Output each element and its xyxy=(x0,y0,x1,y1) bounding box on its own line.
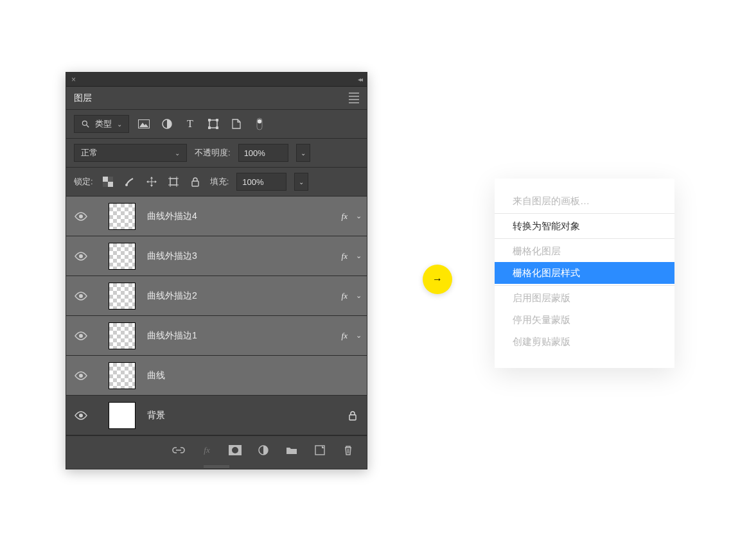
opacity-chevron[interactable]: ⌄ xyxy=(296,144,310,162)
context-menu: 来自图层的画板…转换为智能对象栅格化图层栅格化图层样式启用图层蒙版停用矢量蒙版创… xyxy=(495,179,674,368)
menu-separator xyxy=(495,285,674,286)
visibility-toggle[interactable] xyxy=(66,212,96,221)
arrow-icon: → xyxy=(432,274,443,285)
opacity-input[interactable]: 100% xyxy=(238,144,288,162)
layer-row[interactable]: 曲线外描边3fx⌄ xyxy=(66,236,367,276)
filter-row: 类型 ⌄ T xyxy=(66,110,367,138)
svg-point-33 xyxy=(79,374,83,378)
svg-rect-15 xyxy=(103,182,108,187)
layer-row[interactable]: 背景 xyxy=(66,396,367,435)
fx-icon[interactable]: fx xyxy=(200,443,214,457)
new-layer-icon[interactable] xyxy=(313,443,327,457)
chevron-down-icon[interactable]: ⌄ xyxy=(350,252,367,260)
blend-mode-value: 正常 xyxy=(81,147,98,159)
filter-smart-icon[interactable] xyxy=(229,117,243,131)
svg-rect-28 xyxy=(192,181,198,186)
svg-rect-19 xyxy=(170,179,177,185)
svg-rect-12 xyxy=(103,177,108,182)
svg-rect-9 xyxy=(216,127,218,129)
lock-move-icon[interactable] xyxy=(145,175,159,189)
layer-thumbnail[interactable] xyxy=(109,402,136,429)
menu-item[interactable]: 转换为智能对象 xyxy=(495,215,674,237)
layer-thumbnail[interactable] xyxy=(109,322,136,349)
layer-row[interactable]: 曲线外描边1fx⌄ xyxy=(66,316,367,356)
opacity-label: 不透明度: xyxy=(195,147,231,159)
add-mask-icon[interactable] xyxy=(228,443,242,457)
menu-item: 来自图层的画板… xyxy=(495,190,674,212)
filter-text-icon[interactable]: T xyxy=(183,117,197,131)
visibility-toggle[interactable] xyxy=(66,292,96,301)
lock-label: 锁定: xyxy=(74,176,93,188)
tab-layers[interactable]: 图层 xyxy=(74,92,92,104)
lock-icon[interactable] xyxy=(339,410,367,421)
search-icon xyxy=(81,119,90,128)
fill-chevron[interactable]: ⌄ xyxy=(294,173,308,191)
layer-thumbnail[interactable] xyxy=(109,362,136,389)
layer-name[interactable]: 曲线外描边4 xyxy=(136,211,342,222)
collapse-icon[interactable]: ◂◂ xyxy=(358,76,362,83)
fx-badge[interactable]: fx xyxy=(342,331,350,341)
layers-list: 曲线外描边4fx⌄曲线外描边3fx⌄曲线外描边2fx⌄曲线外描边1fx⌄曲线背景 xyxy=(66,196,367,435)
layer-name[interactable]: 曲线外描边2 xyxy=(136,290,342,302)
visibility-toggle[interactable] xyxy=(66,371,96,380)
resize-grip[interactable] xyxy=(66,464,367,469)
opacity-value: 100% xyxy=(244,148,265,158)
filter-toggle-icon[interactable] xyxy=(252,117,267,131)
visibility-toggle[interactable] xyxy=(66,252,96,261)
chevron-down-icon[interactable]: ⌄ xyxy=(350,292,367,300)
panel-menu-icon[interactable] xyxy=(349,92,359,103)
link-layers-icon[interactable] xyxy=(172,443,186,457)
chevron-down-icon[interactable]: ⌄ xyxy=(350,212,367,220)
arrow-badge: → xyxy=(423,265,452,294)
svg-rect-6 xyxy=(208,119,211,121)
filter-shape-icon[interactable] xyxy=(206,117,220,131)
filter-adjust-icon[interactable] xyxy=(160,117,174,131)
layer-name[interactable]: 背景 xyxy=(136,410,339,421)
layer-name[interactable]: 曲线外描边3 xyxy=(136,250,342,262)
menu-item: 停用矢量蒙版 xyxy=(495,309,674,331)
chevron-down-icon: ⌄ xyxy=(117,121,122,128)
menu-separator xyxy=(495,238,674,239)
layer-row[interactable]: 曲线外描边2fx⌄ xyxy=(66,276,367,316)
fx-badge[interactable]: fx xyxy=(342,211,350,222)
layer-row[interactable]: 曲线外描边4fx⌄ xyxy=(66,197,367,236)
layer-thumbnail[interactable] xyxy=(109,283,136,310)
fill-value: 100% xyxy=(242,177,263,187)
layer-name[interactable]: 曲线 xyxy=(136,370,339,381)
menu-item[interactable]: 栅格化图层样式 xyxy=(495,262,674,284)
menu-item: 栅格化图层 xyxy=(495,240,674,262)
svg-point-11 xyxy=(258,119,261,123)
new-adjustment-icon[interactable] xyxy=(256,443,270,457)
svg-rect-7 xyxy=(216,119,218,121)
blend-mode-dropdown[interactable]: 正常 ⌄ xyxy=(74,144,187,162)
new-group-icon[interactable] xyxy=(285,443,299,457)
lock-pixels-icon[interactable] xyxy=(101,175,115,189)
lock-brush-icon[interactable] xyxy=(123,175,137,189)
visibility-toggle[interactable] xyxy=(66,331,96,340)
layer-thumbnail[interactable] xyxy=(109,203,136,230)
panel-titlebar: × ◂◂ xyxy=(66,73,367,87)
fill-input[interactable]: 100% xyxy=(236,173,286,191)
blend-row: 正常 ⌄ 不透明度: 100% ⌄ xyxy=(66,138,367,167)
filter-image-icon[interactable] xyxy=(137,117,151,131)
delete-layer-icon[interactable] xyxy=(341,443,355,457)
chevron-down-icon: ⌄ xyxy=(175,150,180,157)
layer-name[interactable]: 曲线外描边1 xyxy=(136,330,342,342)
chevron-down-icon[interactable]: ⌄ xyxy=(350,331,367,340)
fx-badge[interactable]: fx xyxy=(342,251,350,261)
filter-kind-dropdown[interactable]: 类型 ⌄ xyxy=(74,115,129,133)
fx-badge[interactable]: fx xyxy=(342,291,350,301)
svg-point-29 xyxy=(79,214,83,218)
layer-thumbnail[interactable] xyxy=(109,243,136,270)
layer-row[interactable]: 曲线 xyxy=(66,356,367,396)
svg-point-34 xyxy=(79,414,83,417)
visibility-toggle[interactable] xyxy=(66,411,96,420)
svg-rect-35 xyxy=(349,415,356,420)
lock-artboard-icon[interactable] xyxy=(166,175,181,189)
svg-point-16 xyxy=(125,184,128,186)
lock-all-icon[interactable] xyxy=(188,175,202,189)
svg-rect-14 xyxy=(108,177,113,182)
close-icon[interactable]: × xyxy=(71,75,76,84)
svg-point-0 xyxy=(82,121,87,125)
panel-tabs: 图层 xyxy=(66,87,367,110)
